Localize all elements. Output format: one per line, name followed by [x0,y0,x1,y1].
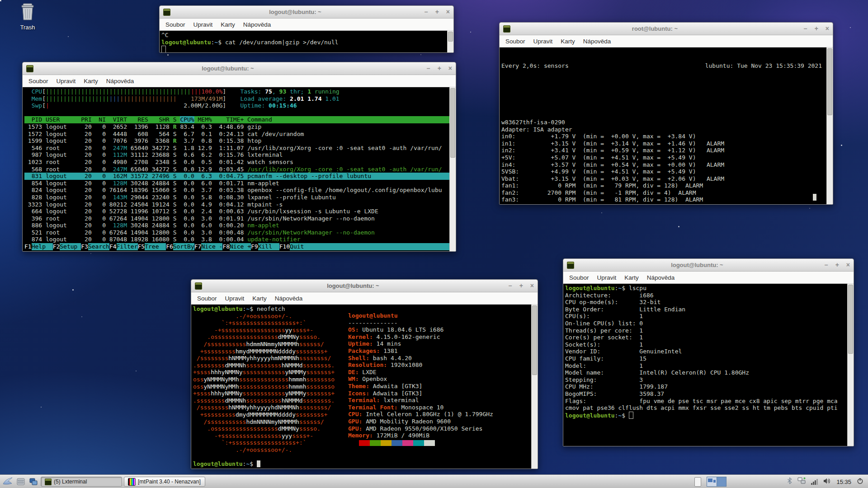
maximize-button[interactable]: + [435,6,439,18]
menu-soubor[interactable]: Soubor [501,38,529,45]
show-desktop-icon[interactable] [694,477,701,487]
scrollbar-thumb[interactable] [848,285,853,354]
terminal-line [24,109,449,117]
scrollbar-thumb[interactable] [827,48,832,115]
menu-karty[interactable]: Karty [248,295,271,302]
terminal-line: 1573 logout 20 0 2652 1396 1128 R 83.4 0… [24,123,449,131]
minimize-button[interactable]: – [425,6,428,18]
menu-karty[interactable]: Karty [80,78,102,84]
minimize-button[interactable]: – [509,280,512,292]
titlebar[interactable]: logout@lubuntu: ~ – + × [23,62,456,75]
window-title: logout@lubuntu: ~ [36,65,420,72]
terminal-line: 546 root 20 0 247M 65040 34272 S 1.8 12.… [24,145,449,152]
workspace-pager[interactable] [707,477,726,487]
terminal-line: fan3: 0 RPM (min = 81 RPM, div = 128) AL… [501,196,826,203]
window-htop: logout@lubuntu: ~ – + × Soubor Upravit K… [22,62,456,252]
menu-upravit[interactable]: Upravit [529,38,557,45]
scrollbar[interactable] [531,305,538,469]
terminal-line: CPU op-mode(s): 32-bit [565,299,847,306]
workspace-2[interactable] [717,477,726,486]
menu-soubor[interactable]: Soubor [161,21,189,28]
bluetooth-icon[interactable] [787,477,792,486]
terminal-line: GPU: AMD Mobility Radeon 9600 [348,418,493,425]
terminal-line: Terminal Font: Monospace 10 [348,404,493,411]
htop-function-key-bar[interactable]: F1Help F2Setup F3SearchF4FilterF5Tree F6… [24,243,449,250]
signal-strength-icon[interactable] [811,479,818,485]
close-button[interactable]: × [846,259,850,271]
clock[interactable]: 15:35 [836,479,851,485]
terminal-line: in4: +3.57 V (min = +0.54 V, max = +0.00… [501,161,826,169]
menu-upravit[interactable]: Upravit [189,21,217,28]
menu-soubor[interactable]: Soubor [193,295,221,302]
minimize-button[interactable]: – [427,62,430,75]
menu-napoveda[interactable]: Nápověda [239,21,275,28]
desktop-launcher-icon[interactable] [28,476,39,487]
scrollbar[interactable] [826,47,833,204]
scrollbar[interactable] [449,87,456,251]
menu-napoveda[interactable]: Nápověda [643,274,679,281]
titlebar[interactable]: root@lubuntu: ~ – + × [500,23,833,35]
menu-upravit[interactable]: Upravit [593,274,621,281]
network-manager-icon[interactable] [797,477,806,486]
terminal-line: Socket(s): 1 [565,341,847,348]
terminal-cursor [813,194,816,201]
scrollbar[interactable] [847,284,854,446]
trash-desktop-icon[interactable]: Trash [12,3,43,31]
terminal-line: cmov pat pse36 clflush dts acpi mmx fxsr… [565,404,847,412]
scrollbar[interactable] [447,31,453,52]
menu-karty[interactable]: Karty [620,274,643,281]
terminal-line: temp1: +29.0°C (high = +21.0°C, hyst = +… [501,203,826,204]
maximize-button[interactable]: + [519,280,523,292]
menu-soubor[interactable]: Soubor [565,274,593,281]
taskbar-task-mtpaint[interactable]: [mtPaint 3.40 - Nenazvan] [124,477,205,487]
start-menu-button[interactable] [2,476,14,488]
scrollbar-thumb[interactable] [450,88,455,158]
menu-upravit[interactable]: Upravit [221,295,249,302]
menu-napoveda[interactable]: Nápověda [579,38,615,45]
terminal-line: 3323 logout 20 0 80212 24504 19124 S 0.0… [24,201,449,208]
menu-napoveda[interactable]: Nápověda [271,295,307,302]
terminal-color-palette [348,440,493,446]
maximize-button[interactable]: + [815,23,818,35]
maximize-button[interactable]: + [438,62,441,75]
window-sensors: root@lubuntu: ~ – + × Soubor Upravit Kar… [499,22,833,205]
task-label: (5) Lxterminal [54,479,87,485]
menu-karty[interactable]: Karty [557,38,579,45]
titlebar[interactable]: logout@lubuntu: ~ – + × [191,280,538,292]
terminal-line: Core(s) per socket: 1 [565,334,847,341]
scrollbar-thumb[interactable] [448,32,453,42]
titlebar[interactable]: logout@lubuntu: ~ – + × [563,259,854,272]
maximize-button[interactable]: + [835,259,839,271]
file-manager-launcher-icon[interactable] [15,476,26,487]
close-button[interactable]: × [448,62,452,75]
lxde-bird-icon [2,476,13,487]
titlebar[interactable]: logout@lubuntu: ~ – + × [160,6,453,19]
minimize-button[interactable]: – [804,23,807,35]
lxterminal-icon [26,65,33,72]
menu-napoveda[interactable]: Nápověda [102,78,138,84]
terminal-line: 831 logout 20 0 162M 31572 27496 S 0.0 6… [24,173,449,180]
minimize-button[interactable]: – [825,259,828,271]
menu-soubor[interactable]: Soubor [24,78,52,84]
terminal-line: Model: 1 [565,362,847,370]
scrollbar-thumb[interactable] [532,305,537,375]
terminal-line: 828 logout 20 0 143M 29044 23240 S 0.0 5… [24,194,449,201]
close-button[interactable]: × [826,23,829,35]
lxterminal-icon [195,282,202,290]
close-button[interactable]: × [530,280,534,292]
menu-upravit[interactable]: Upravit [52,78,80,84]
sensors-screen: Every 2,0s: sensorslubuntu: Tue Nov 23 1… [500,47,826,204]
terminal-line: CPU: Intel Celeron 1.80GHz (1) @ 1.799GH… [348,411,493,418]
workspace-1[interactable] [707,477,717,486]
volume-icon[interactable] [823,478,831,486]
terminal-line: Icons: Adwaita [GTK3] [348,390,493,397]
terminal-line: 987 logout 20 0 112M 31112 23688 S 0.6 6… [24,151,449,159]
terminal-line: OS: Ubuntu 18.04.6 LTS i686 [348,326,493,333]
close-button[interactable]: × [446,6,450,18]
terminal-line: BogoMIPS: 3598.37 [565,390,847,398]
terminal-line: 1023 root 20 0 4980 2708 2348 S 0.0 0.5 … [24,159,449,166]
menu-karty[interactable]: Karty [217,21,239,28]
taskbar-task-lxterminal[interactable]: (5) Lxterminal [41,477,122,487]
power-button-icon[interactable] [857,478,863,486]
terminal-line: in1: +3.15 V (min = +3.14 V, max = +1.46… [501,140,826,147]
